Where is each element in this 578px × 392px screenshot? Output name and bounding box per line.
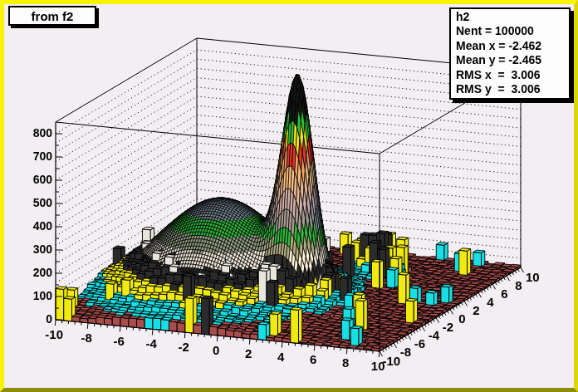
stats-box[interactable]: h2 Nent = 100000 Mean x = -2.462 Mean y …: [449, 7, 571, 100]
stats-rms-x: RMS x = 3.006: [456, 68, 569, 82]
stats-mean-y: Mean y = -2.465: [456, 53, 569, 67]
title-box[interactable]: from f2: [8, 6, 96, 26]
stats-hist-name: h2: [456, 10, 569, 24]
root-canvas-window: from f2 h2 Nent = 100000 Mean x = -2.462…: [0, 0, 578, 392]
page-title: from f2: [32, 9, 74, 23]
stats-mean-x: Mean x = -2.462: [456, 39, 569, 53]
stats-entries: Nent = 100000: [456, 24, 569, 38]
stats-rms-y: RMS y = 3.006: [456, 82, 569, 96]
